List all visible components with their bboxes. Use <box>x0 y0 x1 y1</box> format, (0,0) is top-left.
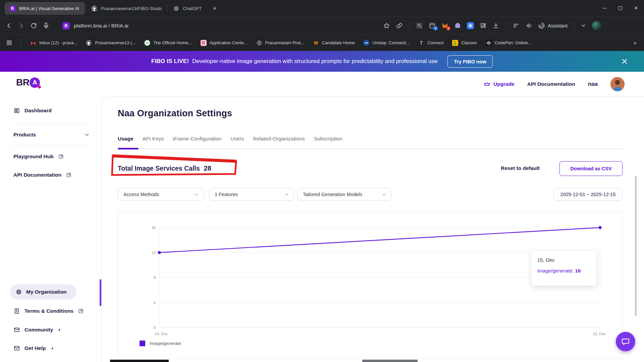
tailored-models-dropdown[interactable]: Tailored Generation Models <box>297 188 391 201</box>
svg-text:16: 16 <box>151 226 156 230</box>
sidebar-item-api-documentation[interactable]: API Documentation <box>13 170 90 180</box>
chevron-down-icon[interactable] <box>581 23 586 28</box>
apps-grid-icon[interactable] <box>6 40 12 46</box>
browser-tab[interactable]: BBRIA.ai | Visual Generative AI D <box>5 2 85 15</box>
bookmark-item[interactable]: unUnstop: Connecti... <box>363 40 410 46</box>
tooltip-date: 15, Dec <box>537 257 590 263</box>
bookmark-label: Prasannaverse13 (... <box>95 40 136 45</box>
sidebar-item-terms-conditions[interactable]: Terms & Conditions <box>13 306 90 316</box>
reload-icon[interactable] <box>30 22 37 29</box>
chat-widget-button[interactable] <box>616 332 635 351</box>
bookmark-item[interactable]: Application Cente... <box>201 40 248 46</box>
legend-label: image/generate <box>150 341 181 346</box>
chart-tooltip: 15, Dec image/generate: 16 <box>531 250 597 286</box>
tab-usage[interactable]: Usage <box>118 136 133 142</box>
tooltip-value: 16 <box>575 268 581 274</box>
upgrade-button[interactable]: Upgrade <box>484 81 515 87</box>
gear-icon <box>15 289 22 295</box>
features-dropdown[interactable]: 1 Features <box>209 188 294 201</box>
sidebar-item-playground-hub[interactable]: Playground Hub <box>13 152 90 162</box>
back-icon[interactable] <box>5 22 12 29</box>
bookmark-label: CodePen: Online... <box>495 40 532 45</box>
svg-text:8: 8 <box>154 276 156 280</box>
try-fibo-button[interactable]: Try FIBO now <box>447 55 493 68</box>
bookmarks-overflow-icon[interactable]: » <box>634 40 638 46</box>
metamask-icon[interactable]: 3 <box>441 22 448 29</box>
svg-text:14, Dec: 14, Dec <box>155 332 168 336</box>
app-header: BR A Upgrade API Documentation naa <box>0 72 644 97</box>
username: naa <box>588 81 598 87</box>
date-range-picker[interactable]: 2025-12-01 ~ 2025-12-15 <box>553 188 623 201</box>
logo-text: BR <box>16 77 29 88</box>
bookmark-item[interactable]: vtsThe Official Home... <box>144 40 192 46</box>
waveform-icon[interactable] <box>525 22 532 29</box>
chevron-down-icon <box>284 192 289 197</box>
tab-split-icon[interactable]: + <box>429 22 436 29</box>
download-icon[interactable] <box>492 22 499 29</box>
tab-related-organizations[interactable]: Related-Organizations <box>253 136 305 142</box>
maximize-button[interactable] <box>612 0 628 16</box>
star-icon[interactable] <box>383 22 390 29</box>
puzzle-icon[interactable] <box>480 22 487 29</box>
forward-icon[interactable] <box>18 22 25 29</box>
caret-right-icon <box>57 328 62 332</box>
bookmark-label: Connect <box>427 40 443 45</box>
user-avatar[interactable] <box>610 77 625 91</box>
bookmark-item[interactable]: TConnect <box>418 40 443 46</box>
screen: BBRIA.ai | Visual Generative AI DPrasann… <box>0 0 644 362</box>
header-right: Upgrade API Documentation naa <box>484 72 625 97</box>
access-methods-dropdown[interactable]: Access Methods <box>118 188 204 201</box>
new-tab-button[interactable]: + <box>210 3 220 13</box>
browser-profile-avatar[interactable] <box>592 21 601 30</box>
sidebar-item-get-help[interactable]: Get Help <box>13 343 90 353</box>
bookmark-item[interactable]: WCandidate Home <box>313 40 355 46</box>
tab-api-keys[interactable]: API Keys <box>143 136 164 142</box>
bookmark-item[interactable]: Prasannaram Prot... <box>256 40 304 46</box>
tab-bar: BBRIA.ai | Visual Generative AI DPrasann… <box>0 0 644 17</box>
tab-subscription[interactable]: Subscription <box>314 136 342 142</box>
bookmark-item[interactable]: Classes <box>452 40 477 46</box>
sidebar-item-my-organization[interactable]: My Organization <box>10 284 76 300</box>
api-documentation-link[interactable]: API Documentation <box>527 81 575 87</box>
tab-iframe-configuration[interactable]: iFrame Configuration <box>173 136 221 142</box>
snowflake-icon[interactable] <box>467 22 474 29</box>
bria-logo[interactable]: BR A <box>16 77 40 88</box>
microphone-icon[interactable] <box>43 22 50 29</box>
download-csv-button[interactable]: Download as CSV <box>559 161 623 176</box>
bookmark-label: Candidate Home <box>322 40 355 45</box>
sidebar-item-dashboard[interactable]: Dashboard <box>13 106 90 116</box>
unstop-icon: un <box>363 40 369 46</box>
browser-tab[interactable]: ChatGPT <box>168 2 206 15</box>
bookmark-item[interactable]: Prasannaverse13 (... <box>86 40 136 46</box>
svg-text:4: 4 <box>154 301 156 305</box>
bookmark-item[interactable]: CodePen: Online... <box>486 40 532 46</box>
assistant-button[interactable]: Assistant <box>538 22 568 29</box>
chevron-down-icon <box>84 132 90 138</box>
close-button[interactable]: × <box>628 0 644 16</box>
minimize-button[interactable] <box>597 0 612 16</box>
tab-users[interactable]: Users <box>230 136 244 142</box>
address-bar[interactable]: B platform.bria.ai / BRIA.ai <box>62 22 128 29</box>
usage-chart-card: 048121614, Dec15, Dec image/generate 15,… <box>118 212 623 359</box>
banner-close-icon[interactable] <box>621 57 629 65</box>
menu-icon[interactable] <box>513 22 520 29</box>
codepen-icon <box>486 40 492 46</box>
sidebar-item-products[interactable]: Products <box>13 130 90 140</box>
link-icon[interactable] <box>396 22 403 29</box>
extension-badge: + <box>433 26 438 31</box>
browser-chrome: BBRIA.ai | Visual Generative AI DPrasann… <box>0 0 644 51</box>
bookmark-label: Inbox (12) - prasa... <box>39 40 77 45</box>
reset-to-default-button[interactable]: Reset to default <box>501 165 540 171</box>
workday-icon: W <box>313 40 319 46</box>
capture-icon[interactable] <box>416 22 423 29</box>
tab-active-indicator <box>118 148 139 149</box>
browser-tab[interactable]: Prasannaverse13/FIBO-Studio <box>87 2 167 15</box>
bookmark-item[interactable]: Inbox (12) - prasa... <box>30 40 77 46</box>
phantom-icon[interactable] <box>454 22 461 29</box>
bookmark-label: The Official Home... <box>153 40 192 45</box>
page-scrollbar[interactable] <box>635 176 637 316</box>
chevron-down-icon <box>381 192 386 197</box>
classes-icon <box>452 40 458 46</box>
divider <box>86 5 86 12</box>
sidebar-item-community[interactable]: Community <box>13 325 90 335</box>
